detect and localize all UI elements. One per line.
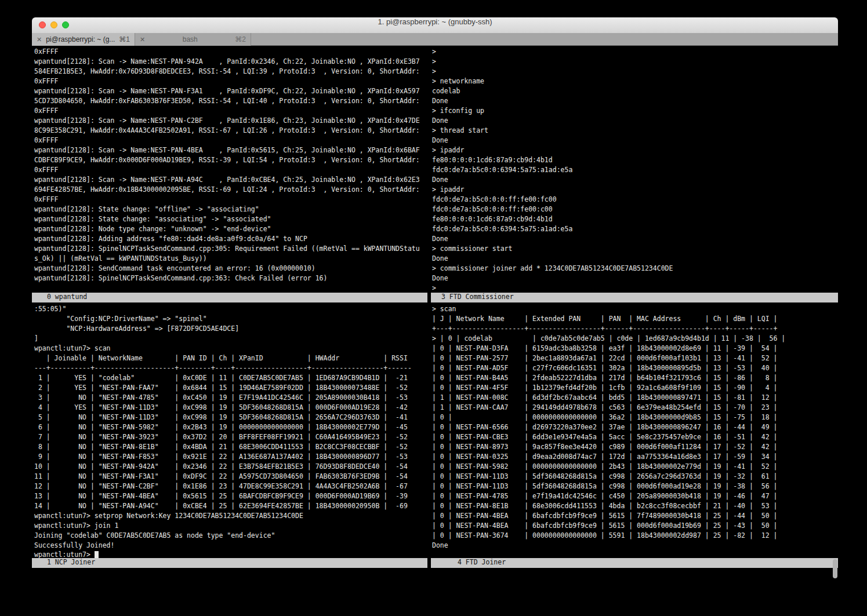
tab-label: pi@raspberrypi: ~ (g... — [45, 35, 115, 43]
window-title: 1. pi@raspberrypi: ~ (gnubby-ssh) — [32, 17, 838, 33]
prompt-text: wpanctl:utun7> — [34, 551, 90, 559]
pane-ftd-commissioner-output: > > > > networkname codelab Done > ifcon… — [432, 47, 838, 291]
close-icon[interactable]: ✕ — [140, 36, 145, 43]
desktop: 1. pi@raspberrypi: ~ (gnubby-ssh) ✕ pi@r… — [0, 0, 867, 616]
tab-shortcut: ⌘2 — [235, 35, 246, 43]
titlebar[interactable]: 1. pi@raspberrypi: ~ (gnubby-ssh) — [32, 17, 838, 34]
tab-bash[interactable]: ✕ bash ⌘2 — [135, 33, 251, 46]
close-icon[interactable]: ✕ — [37, 36, 42, 43]
pane-ncp-joiner-output: :55:05)" "Config:NCP:DriverName" => "spi… — [34, 304, 429, 551]
pane-title-ftd-joiner: 4 FTD Joiner — [431, 558, 838, 568]
scrollbar-thumb[interactable] — [833, 559, 837, 578]
pane-title-ftd-commissioner: 3 FTD Commissioner — [431, 293, 838, 302]
pane-title-wpantund: 0 wpantund — [32, 293, 427, 302]
pane-wpantund-output: 0xFFFF wpantund[2128]: Scan -> Name:NEST… — [34, 47, 429, 291]
tab-shortcut: ⌘1 — [119, 35, 130, 43]
terminal-window: 1. pi@raspberrypi: ~ (gnubby-ssh) ✕ pi@r… — [32, 17, 838, 584]
tab-label: bash — [148, 35, 231, 43]
terminal: 0xFFFF wpantund[2128]: Scan -> Name:NEST… — [32, 46, 838, 584]
tab-bar: ✕ pi@raspberrypi: ~ (g... ⌘1 ✕ bash ⌘2 — [32, 33, 838, 46]
pane-ftd-joiner-output: > scan | J | Network Name | Extended PAN… — [432, 304, 838, 557]
tab-ssh-session[interactable]: ✕ pi@raspberrypi: ~ (g... ⌘1 — [32, 33, 135, 46]
pane-title-ncp-joiner: 1 NCP Joiner — [32, 558, 427, 568]
